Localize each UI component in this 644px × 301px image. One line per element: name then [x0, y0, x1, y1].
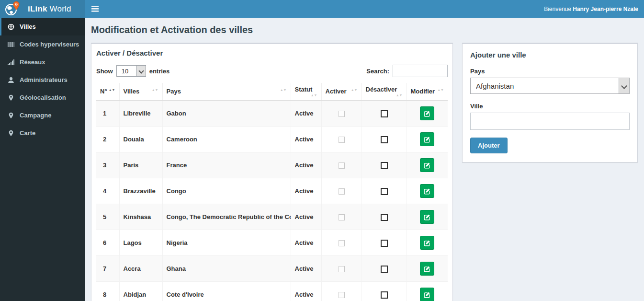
desactiver-checkbox[interactable] [381, 110, 388, 117]
cell-ville: Libreville [119, 101, 162, 127]
page-length-select[interactable]: 10 [116, 65, 146, 77]
brand-name: iLink World [28, 4, 71, 14]
cell-ville: Brazzaville [119, 178, 162, 204]
cell-pays: Nigeria [162, 230, 291, 256]
modifier-button[interactable] [420, 106, 434, 120]
pays-select[interactable]: Afghanistan [470, 78, 630, 94]
ville-label: Ville [470, 103, 630, 110]
sidebar-item-carte[interactable]: Carte [0, 124, 85, 142]
page-length-select-wrap: 10 [116, 65, 146, 77]
cell-numero: 2 [96, 127, 119, 152]
welcome-message[interactable]: Bienvenue Hanry Jean-pierre Nzale [544, 6, 638, 12]
column-header-numero[interactable]: N°▲▼ [96, 83, 119, 101]
user-icon [7, 77, 15, 83]
page-title: Modification et Activation des villes [91, 24, 638, 35]
signal-icon [7, 59, 15, 66]
add-city-panel: Ajouter une ville Pays Afghanistan Ville… [462, 43, 638, 162]
sidebar-item-administrateurs[interactable]: Administrateurs [0, 71, 85, 89]
villes-table: N°▲▼ Villes▲▼ Pays▲▼ Statut▲▼ Activer▲▼ … [96, 83, 448, 301]
top-bar: $ iLink World Bienvenue Hanry Jean-pierr… [0, 0, 644, 18]
navbar: Bienvenue Hanry Jean-pierre Nzale [85, 0, 644, 18]
modifier-button[interactable] [420, 210, 434, 224]
cell-pays: Cameroon [162, 127, 291, 152]
cell-ville: Douala [119, 127, 162, 152]
show-label: Show [96, 68, 113, 75]
map-marker-icon [7, 130, 15, 137]
ajouter-button[interactable]: Ajouter [470, 138, 508, 153]
add-city-title: Ajouter une ville [470, 51, 630, 59]
cell-statut: Active [291, 127, 321, 152]
sidebar-item-geolocalisation[interactable]: Géolocalisation [0, 89, 85, 106]
table-row: 3 Paris France Active [96, 152, 448, 178]
column-header-statut[interactable]: Statut▲▼ [291, 83, 321, 101]
sort-both-icon: ▲▼ [396, 94, 403, 96]
modifier-button[interactable] [420, 288, 434, 301]
modifier-button[interactable] [420, 262, 434, 276]
modifier-button[interactable] [420, 184, 434, 198]
search-input[interactable] [393, 65, 448, 77]
cell-statut: Active [291, 152, 321, 178]
cell-ville: Accra [119, 256, 162, 282]
sidebar-item-reseaux[interactable]: Réseaux [0, 53, 85, 71]
sidebar-item-campagne[interactable]: Campagne [0, 106, 85, 124]
activer-checkbox [339, 162, 345, 169]
cell-numero: 8 [96, 282, 119, 301]
cell-statut: Active [291, 256, 321, 282]
cell-ville: Abidjan [119, 282, 162, 301]
column-header-activer[interactable]: Activer▲▼ [321, 83, 362, 101]
sort-asc-icon: ▲▼ [109, 89, 115, 91]
column-header-modifier[interactable]: Modifier▲▼ [407, 83, 448, 101]
activer-checkbox [339, 111, 345, 117]
cell-numero: 1 [96, 101, 119, 127]
cell-numero: 7 [96, 256, 119, 282]
cell-statut: Active [291, 204, 321, 230]
modifier-button[interactable] [420, 158, 434, 172]
entries-label: entries [149, 68, 170, 75]
table-row: 8 Abidjan Cote d'Ivoire Active [96, 282, 448, 301]
activer-checkbox [339, 292, 345, 298]
cell-numero: 6 [96, 230, 119, 256]
cell-pays: Cote d'Ivoire [162, 282, 291, 301]
sort-both-icon: ▲▼ [152, 89, 158, 91]
column-header-pays[interactable]: Pays▲▼ [162, 83, 291, 101]
sort-both-icon: ▲▼ [437, 89, 444, 91]
sidebar: Villes Codes hyperviseurs Réseaux Admini… [0, 18, 85, 301]
activer-checkbox [339, 214, 345, 220]
pays-select-wrap: Afghanistan [470, 78, 630, 94]
table-row: 7 Accra Ghana Active [96, 256, 448, 282]
activer-checkbox [339, 266, 345, 272]
desactiver-checkbox[interactable] [381, 291, 388, 299]
table-header-row: N°▲▼ Villes▲▼ Pays▲▼ Statut▲▼ Activer▲▼ … [96, 83, 448, 101]
globe-icon [7, 23, 15, 30]
desactiver-checkbox[interactable] [381, 136, 388, 143]
desactiver-checkbox[interactable] [381, 240, 388, 247]
column-header-villes[interactable]: Villes▲▼ [119, 83, 162, 101]
table-row: 1 Libreville Gabon Active [96, 101, 448, 127]
search-label: Search: [366, 68, 389, 75]
column-header-desactiver[interactable]: Désactiver▲▼ [362, 83, 407, 101]
ville-input[interactable] [470, 113, 630, 130]
cell-statut: Active [291, 101, 321, 127]
cell-statut: Active [291, 178, 321, 204]
barcode-icon [7, 41, 15, 48]
svg-text:$: $ [16, 3, 17, 6]
table-row: 2 Douala Cameroon Active [96, 127, 448, 152]
sort-both-icon: ▲▼ [311, 94, 317, 96]
sidebar-item-codes-hyperviseurs[interactable]: Codes hyperviseurs [0, 35, 85, 53]
cell-ville: Kinshasa [119, 204, 162, 230]
cell-pays: Congo [162, 178, 291, 204]
app-logo[interactable]: $ iLink World [0, 0, 85, 18]
cell-numero: 4 [96, 178, 119, 204]
modifier-button[interactable] [420, 236, 434, 250]
desactiver-checkbox[interactable] [381, 266, 388, 273]
globe-pin-logo-icon: $ [4, 1, 22, 17]
desactiver-checkbox[interactable] [381, 214, 388, 221]
map-marker-icon [7, 94, 15, 101]
desactiver-checkbox[interactable] [381, 162, 388, 169]
sidebar-toggle-icon[interactable] [91, 6, 99, 12]
desactiver-checkbox[interactable] [381, 188, 388, 195]
user-name: Hanry Jean-pierre Nzale [573, 6, 638, 12]
table-row: 6 Lagos Nigeria Active [96, 230, 448, 256]
sidebar-item-villes[interactable]: Villes [0, 18, 85, 35]
modifier-button[interactable] [420, 132, 434, 146]
